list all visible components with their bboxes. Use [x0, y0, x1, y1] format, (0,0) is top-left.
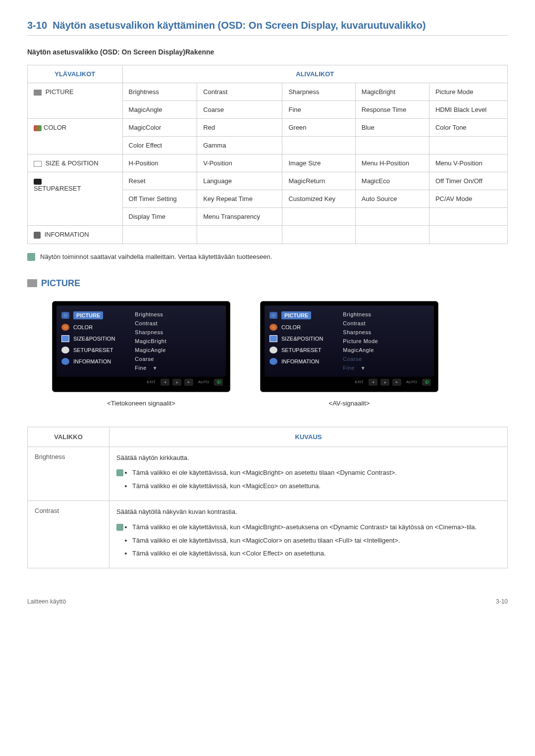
- osd-info-icon: [61, 358, 69, 365]
- osd-sub: Contrast: [343, 320, 378, 326]
- osd-size-icon: [61, 335, 69, 342]
- osd-right-menu: Brightness Contrast Sharpness MagicBrigh…: [135, 311, 166, 371]
- osd-setup-icon: [61, 347, 69, 353]
- osd-content: PICTURE COLOR SIZE&POSITION SETUP&RESET …: [265, 305, 434, 377]
- osd-sub: Brightness: [135, 311, 166, 317]
- bullet: Tämä valikko ei ole käytettävissä, kun <…: [132, 549, 477, 559]
- cell: Red: [197, 119, 282, 137]
- osd-nav-button: ◂: [369, 379, 377, 386]
- cell: Off Timer On/Off: [429, 172, 507, 190]
- osd-sub: Coarse: [135, 356, 166, 362]
- cell: MagicColor: [122, 119, 197, 137]
- osd-sub-label: Fine: [135, 365, 146, 371]
- osd-item-color: COLOR: [61, 324, 115, 331]
- section-rule: [27, 35, 508, 36]
- osd-size-icon: [269, 335, 277, 342]
- section-title: 3-10 Näytön asetusvalikon käyttäminen (O…: [27, 20, 508, 31]
- osd-nav-button: ◂: [160, 379, 169, 386]
- cell: Customized Key: [282, 190, 355, 208]
- osd-power-icon: ⏻: [422, 379, 431, 386]
- menu-info: INFORMATION: [28, 226, 123, 244]
- osd-item-info: INFORMATION: [61, 358, 115, 365]
- desc-contrast-content: Säätää näytöllä näkyvän kuvan kontrastia…: [109, 501, 508, 568]
- desc-intro: Säätää näytön kirkkautta.: [116, 453, 500, 463]
- osd-sub: Sharpness: [135, 329, 166, 335]
- desc-brightness-label: Brightness: [28, 447, 109, 501]
- osd-exit-button: EXIT: [145, 379, 158, 386]
- cell: [429, 226, 507, 244]
- menu-size-label: SIZE & POSITION: [46, 159, 99, 167]
- cell: [355, 226, 429, 244]
- osd-item-picture: PICTURE: [269, 311, 323, 319]
- osd-item-label: SIZE&POSITION: [281, 336, 323, 342]
- osd-sub: Fine▼: [343, 365, 378, 371]
- osd-caption-row: <Tietokoneen signaalit> <AV-signaalit>: [52, 400, 508, 407]
- osd-auto-button: AUTO: [196, 379, 211, 386]
- cell: Display Time: [122, 208, 197, 226]
- bullet: Tämä valikko ei ole käytettävissä, kun <…: [132, 522, 477, 533]
- cell: Blue: [355, 119, 429, 137]
- cell: [355, 208, 429, 226]
- bullet: Tämä valikko ei ole käytettävissä, kun <…: [132, 536, 477, 546]
- header-main: YLÄVALIKOT: [28, 65, 123, 83]
- cell: [122, 226, 197, 244]
- cell: Brightness: [122, 83, 197, 101]
- osd-sub: Coarse: [343, 356, 378, 362]
- osd-right-menu: Brightness Contrast Sharpness Picture Mo…: [343, 311, 378, 371]
- cell: Color Tone: [429, 119, 507, 137]
- cell: [282, 226, 355, 244]
- osd-color-icon: [269, 324, 277, 331]
- cell: Auto Source: [355, 190, 429, 208]
- menu-color: COLOR: [28, 119, 123, 154]
- osd-picture-icon: [61, 312, 69, 319]
- osd-inner: PICTURE COLOR SIZE&POSITION SETUP&RESET …: [260, 301, 438, 392]
- osd-item-size: SIZE&POSITION: [269, 335, 323, 342]
- note-icon: [27, 253, 35, 261]
- osd-item-label: COLOR: [73, 324, 93, 330]
- cell: MagicAngle: [122, 101, 197, 119]
- picture-heading-label: PICTURE: [41, 278, 80, 289]
- osd-item-label: PICTURE: [281, 311, 311, 319]
- desc-bullets: Tämä valikko ei ole käytettävissä, kun <…: [132, 468, 397, 495]
- bullet: Tämä valikko ei ole käytettävissä, kun <…: [132, 481, 397, 492]
- osd-inner: PICTURE COLOR SIZE&POSITION SETUP&RESET …: [52, 301, 230, 392]
- osd-item-setup: SETUP&RESET: [269, 347, 323, 353]
- note-row: Näytön toiminnot saattavat vaihdella mal…: [27, 253, 508, 261]
- osd-bottom-bar: EXIT ◂ ▴ ▸ AUTO ⏻: [265, 377, 434, 388]
- osd-nav-button: ▸: [184, 379, 193, 386]
- cell: Menu H-Position: [355, 154, 429, 172]
- osd-exit-button: EXIT: [353, 379, 366, 386]
- chevron-down-icon: ▼: [153, 365, 158, 371]
- cell: MagicBright: [355, 83, 429, 101]
- description-table: VALIKKO KUVAUS Brightness Säätää näytön …: [27, 427, 508, 569]
- osd-sub: Sharpness: [343, 329, 378, 335]
- note-icon: [116, 524, 123, 531]
- cell: Gamma: [197, 137, 282, 154]
- menu-setup: SETUP&RESET: [28, 172, 123, 226]
- cell: Language: [197, 172, 282, 190]
- picture-icon: [34, 90, 42, 96]
- cell: V-Position: [197, 154, 282, 172]
- osd-bottom-bar: EXIT ◂ ▴ ▸ AUTO ⏻: [56, 377, 226, 388]
- desc-intro: Säätää näytöllä näkyvän kuvan kontrastia…: [116, 507, 500, 517]
- osd-sub: Brightness: [343, 311, 378, 317]
- cell: PC/AV Mode: [429, 190, 507, 208]
- osd-info-icon: [269, 358, 277, 365]
- cell: Off Timer Setting: [122, 190, 197, 208]
- desc-note: Tämä valikko ei ole käytettävissä, kun <…: [116, 468, 500, 495]
- osd-row: PICTURE COLOR SIZE&POSITION SETUP&RESET …: [52, 301, 508, 392]
- osd-screen-pc: PICTURE COLOR SIZE&POSITION SETUP&RESET …: [52, 301, 230, 392]
- osd-color-icon: [61, 324, 69, 331]
- cell: [429, 208, 507, 226]
- cell: Key Repeat Time: [197, 190, 282, 208]
- bullet: Tämä valikko ei ole käytettävissä, kun <…: [132, 468, 397, 478]
- subtitle-prefix: Näytön asetusvalikko (OSD: On Screen Dis…: [27, 48, 185, 56]
- footer-left: Laitteen käyttö: [27, 598, 66, 605]
- osd-picture-icon: [269, 312, 277, 319]
- cell: MagicEco: [355, 172, 429, 190]
- osd-auto-button: AUTO: [404, 379, 419, 386]
- osd-item-setup: SETUP&RESET: [61, 347, 115, 353]
- cell: Menu Transparency: [197, 208, 282, 226]
- caption-pc: <Tietokoneen signaalit>: [52, 400, 230, 407]
- osd-setup-icon: [269, 347, 277, 353]
